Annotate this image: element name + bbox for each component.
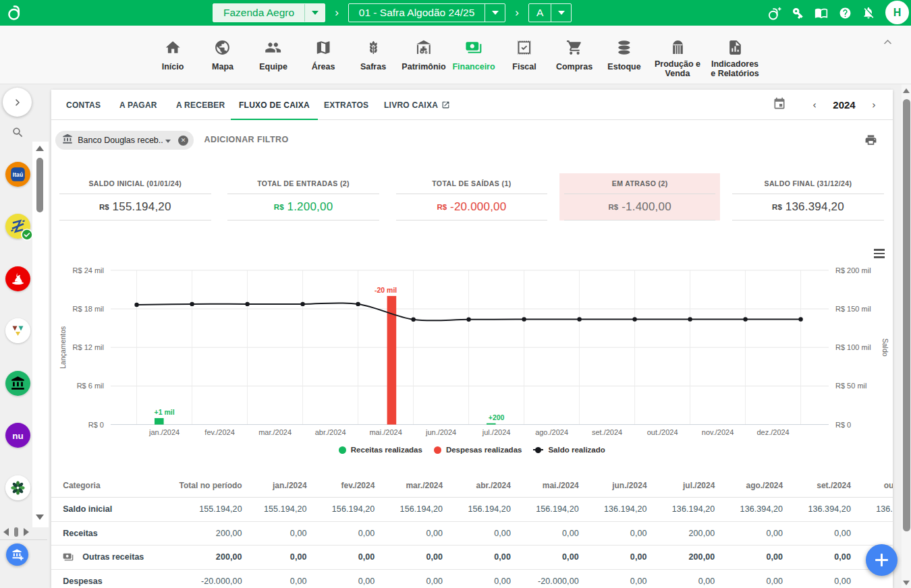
table-row[interactable]: Outras receitas200,000,000,000,000,000,0…: [51, 546, 893, 570]
scroll-right-icon[interactable]: [24, 528, 29, 536]
tab-a-pagar[interactable]: A PAGAR: [119, 90, 157, 120]
table-header-cell[interactable]: mai./2024: [511, 481, 579, 490]
table-header-cell[interactable]: Categoria: [51, 481, 173, 490]
print-icon[interactable]: [864, 134, 878, 147]
tab-livro-caixa[interactable]: LIVRO CAIXA: [384, 90, 450, 120]
sidebar-scrollbar-thumb[interactable]: [36, 158, 43, 212]
svg-text:fev./2024: fev./2024: [204, 428, 234, 436]
summary-card-value: R$136.394,20: [732, 194, 884, 220]
next-year-button[interactable]: ›: [866, 99, 882, 111]
scroll-up-icon[interactable]: [36, 146, 44, 151]
table-header-cell[interactable]: Total no período: [173, 481, 242, 490]
topbar: Fazenda Aegro › 01 - Safra Algodão 24/25…: [0, 0, 911, 26]
svg-text:nu: nu: [12, 431, 24, 441]
aegro-add-icon[interactable]: [767, 5, 781, 20]
remove-filter-icon[interactable]: [178, 136, 188, 146]
tab-label: FLUXO DE CAIXA: [239, 100, 310, 110]
nav-item-producao-e-venda[interactable]: Produção e Venda: [651, 37, 704, 78]
nav-item-compras[interactable]: Compras: [556, 37, 592, 71]
nav-item-fiscal[interactable]: Fiscal: [512, 37, 536, 71]
table-row[interactable]: Saldo inicial155.194,20155.194,20156.194…: [51, 498, 893, 522]
caret-down-icon[interactable]: [551, 11, 571, 15]
avatar[interactable]: H: [885, 1, 909, 24]
hscrollbar-thumb[interactable]: [14, 527, 18, 537]
sidebar-bank-itau-icon[interactable]: Itaú: [5, 162, 30, 187]
legend-item-saldo[interactable]: Saldo realizado: [533, 446, 605, 454]
svg-text:abr./2024: abr./2024: [315, 428, 346, 436]
table-row[interactable]: Receitas200,000,000,000,000,000,000,0020…: [51, 522, 893, 546]
nav-item-mapa[interactable]: Mapa: [212, 37, 233, 71]
main-panel: CONTAS A PAGAR A RECEBER FLUXO DE CAIXA …: [51, 90, 893, 588]
season-selector-label: 01 - Safra Algodão 24/25: [349, 7, 485, 19]
book-icon[interactable]: [814, 5, 829, 20]
add-filter-button[interactable]: ADICIONAR FILTRO: [204, 121, 289, 158]
expand-sidebar-button[interactable]: [3, 88, 32, 117]
add-transaction-fab[interactable]: [866, 544, 898, 576]
table-header-cell[interactable]: mar./2024: [375, 481, 443, 490]
tab-extratos[interactable]: EXTRATOS: [324, 90, 368, 120]
table-header-cell[interactable]: jun./2024: [579, 481, 647, 490]
tabs-bar: CONTAS A PAGAR A RECEBER FLUXO DE CAIXA …: [51, 90, 893, 120]
table-cell: 0,00: [443, 529, 511, 538]
tab-fluxo-de-caixa[interactable]: FLUXO DE CAIXA: [239, 90, 310, 120]
collapse-nav-icon[interactable]: [883, 36, 892, 48]
farm-selector[interactable]: Fazenda Aegro: [213, 3, 325, 22]
svg-text:R$ 50 mil: R$ 50 mil: [835, 382, 866, 390]
table-cell: 0,00: [579, 577, 647, 586]
scroll-up-icon[interactable]: [903, 88, 910, 93]
nav-item-safras[interactable]: Safras: [360, 37, 386, 71]
sidebar-bank-bank-generic-icon[interactable]: [5, 371, 30, 396]
legend-item-despesas[interactable]: Despesas realizadas: [434, 446, 522, 454]
summary-card-total-de-saidas: TOTAL DE SAÍDAS (1)R$-20.000,00: [396, 173, 548, 220]
table-header-cell[interactable]: jul./2024: [647, 481, 715, 490]
caret-down-icon[interactable]: [305, 11, 325, 15]
svg-text:R$ 18 mil: R$ 18 mil: [73, 305, 104, 313]
window-scrollbar[interactable]: [902, 84, 911, 588]
tab-contas[interactable]: CONTAS: [66, 90, 101, 120]
nav-item-estoque[interactable]: Estoque: [607, 37, 640, 71]
previous-year-button[interactable]: ‹: [806, 99, 823, 111]
season-selector[interactable]: 01 - Safra Algodão 24/25: [348, 3, 506, 22]
calendar-icon[interactable]: [773, 97, 789, 113]
nav-item-patrimonio[interactable]: Patrimônio: [402, 37, 445, 71]
table-cell: 156.194,20: [307, 504, 375, 514]
nav-item-label: Indicadores e Relatórios: [709, 60, 761, 78]
scroll-left-icon[interactable]: [3, 528, 9, 536]
sidebar-bank-banco-do-brasil-icon[interactable]: [5, 214, 30, 239]
table-header-cell[interactable]: fev./2024: [307, 481, 375, 490]
tab-a-receber[interactable]: A RECEBER: [176, 90, 225, 120]
filter-bar: Banco Douglas receb... ADICIONAR FILTRO: [51, 121, 893, 158]
key-icon[interactable]: [790, 5, 805, 20]
caret-down-icon[interactable]: [485, 11, 505, 15]
scroll-down-icon[interactable]: [903, 581, 910, 585]
nav-item-financeiro[interactable]: Financeiro: [452, 37, 495, 71]
aegro-logo-icon[interactable]: [6, 3, 24, 22]
sidebar-bank-nubank-icon[interactable]: nu: [5, 423, 30, 448]
sidebar-bank-santander-icon[interactable]: [5, 266, 30, 291]
nav-item-areas[interactable]: Áreas: [312, 37, 335, 71]
nav-item-inicio[interactable]: Início: [162, 37, 184, 71]
table-header-cell[interactable]: abr./2024: [443, 481, 511, 490]
nav-item-equipe[interactable]: Equipe: [259, 37, 287, 71]
search-icon[interactable]: [11, 126, 24, 139]
table-header-cell[interactable]: ago./2024: [715, 481, 783, 490]
filter-chip[interactable]: Banco Douglas receb...: [55, 131, 194, 150]
notifications-off-icon[interactable]: [861, 5, 876, 20]
table-header-cell[interactable]: out./2024: [851, 481, 893, 490]
table-cell: -20.000,00: [173, 577, 242, 586]
scenario-selector[interactable]: A: [528, 3, 572, 22]
table-header-cell[interactable]: jan./2024: [242, 481, 307, 490]
sidebar-bank-sicredi-icon[interactable]: [5, 475, 30, 500]
help-icon[interactable]: [837, 5, 852, 20]
scroll-down-icon[interactable]: [36, 514, 44, 520]
nav-item-indicadores-e-relatorios[interactable]: Indicadores e Relatórios: [709, 37, 761, 78]
scrollbar-thumb[interactable]: [903, 99, 910, 531]
sidebar-bank-credit-coop-icon[interactable]: [5, 318, 30, 343]
tab-label: EXTRATOS: [324, 100, 368, 110]
legend-item-receitas[interactable]: Receitas realizadas: [339, 446, 422, 454]
check-badge-icon: [21, 229, 33, 241]
add-bank-account-button[interactable]: [6, 543, 28, 566]
table-header-cell[interactable]: set./2024: [783, 481, 851, 490]
table-row[interactable]: Despesas-20.000,000,000,000,000,00-20.00…: [51, 570, 893, 588]
table-cell: 0,00: [579, 529, 647, 538]
